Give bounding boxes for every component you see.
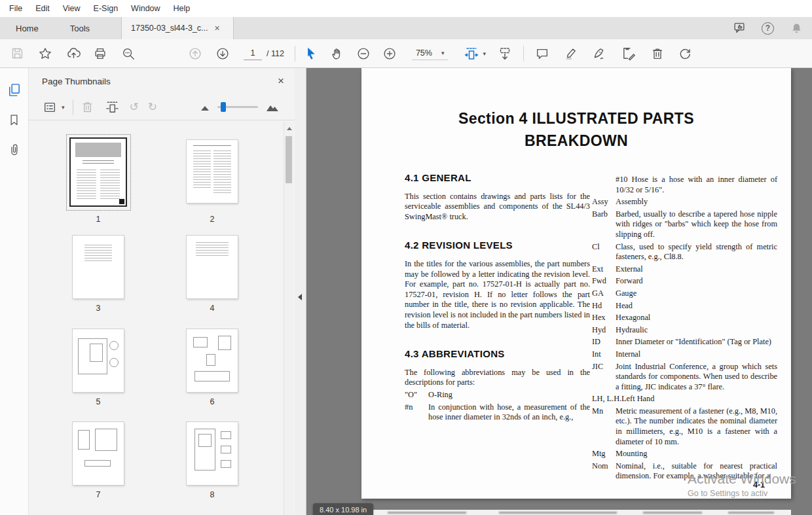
thumbnail-page-5[interactable] bbox=[73, 329, 124, 392]
delete-page-icon[interactable] bbox=[80, 99, 96, 115]
abbreviation-row: #nIn conjunction with hose, a measuremen… bbox=[405, 402, 590, 423]
chevron-down-icon[interactable]: ▾ bbox=[483, 50, 486, 57]
pdf-page: Section 4 ILLUSTRATED PARTS BREAKDOWN 4.… bbox=[361, 68, 791, 499]
notification-bell-icon[interactable] bbox=[788, 20, 804, 36]
thumbnail-page-2[interactable] bbox=[187, 140, 238, 203]
bookmarks-panel-icon[interactable] bbox=[7, 113, 21, 127]
help-icon[interactable]: ? bbox=[762, 22, 774, 35]
thumbnail-label: 6 bbox=[187, 397, 238, 406]
thumbnail-toolbar: ▾ ↺ ↻ bbox=[29, 94, 295, 120]
page-thumbnails-panel: Page Thumbnails × ▾ ↺ ↻ bbox=[29, 68, 295, 515]
section-title: Section 4 ILLUSTRATED PARTS BREAKDOWN bbox=[361, 107, 791, 152]
abbreviation-row: LH, L.H.Left Hand bbox=[592, 394, 777, 404]
previous-page-icon[interactable] bbox=[187, 46, 203, 62]
rotate-ccw-icon[interactable]: ↺ bbox=[130, 101, 139, 113]
star-favorite-icon[interactable] bbox=[37, 46, 53, 62]
select-tool-icon[interactable] bbox=[303, 46, 319, 62]
chevron-down-icon[interactable]: ▾ bbox=[62, 104, 65, 111]
abbreviation-row: ClClass, used to specify yield strength … bbox=[592, 242, 777, 262]
thumbnail-page-8[interactable] bbox=[187, 422, 238, 485]
delete-pages-icon[interactable] bbox=[650, 46, 665, 62]
thumbnail-label: 8 bbox=[187, 490, 238, 499]
heading-4-3: 4.3 ABBREVIATIONS bbox=[405, 349, 590, 359]
feedback-icon[interactable] bbox=[731, 20, 747, 36]
scrolling-mode-icon[interactable] bbox=[497, 46, 513, 62]
comment-icon[interactable] bbox=[534, 46, 550, 62]
tab-tools[interactable]: Tools bbox=[54, 17, 105, 39]
save-icon[interactable] bbox=[9, 46, 25, 62]
highlighter-icon[interactable] bbox=[563, 46, 579, 62]
hand-tool-icon[interactable] bbox=[329, 46, 345, 62]
abbreviation-row: AssyAssembly bbox=[592, 197, 777, 207]
small-thumbnails-icon[interactable] bbox=[200, 103, 210, 111]
thumbnail-scrollbar[interactable] bbox=[284, 122, 293, 515]
large-thumbnails-icon[interactable] bbox=[266, 103, 279, 112]
close-panel-icon[interactable]: × bbox=[278, 75, 284, 88]
extract-pages-icon[interactable] bbox=[105, 99, 120, 115]
find-icon[interactable] bbox=[120, 46, 136, 62]
zoom-out-icon[interactable] bbox=[356, 46, 371, 62]
abbreviation-row: FwdForward bbox=[592, 276, 777, 287]
main-toolbar: / 112 75% ▾ ▾ bbox=[0, 39, 812, 68]
attachments-panel-icon[interactable] bbox=[7, 143, 21, 156]
navigation-rail bbox=[0, 68, 29, 515]
page-total-label: / 112 bbox=[267, 49, 284, 58]
abbreviation-row: MtgMounting bbox=[592, 449, 777, 459]
page-number: 4-1 bbox=[753, 480, 765, 489]
zoom-in-icon[interactable] bbox=[382, 46, 397, 62]
slider-handle[interactable] bbox=[221, 102, 226, 112]
thumbnail-options-icon[interactable] bbox=[42, 99, 58, 115]
tab-home[interactable]: Home bbox=[0, 17, 54, 39]
print-icon[interactable] bbox=[92, 46, 108, 62]
menu-edit[interactable]: Edit bbox=[29, 1, 56, 16]
tab-document[interactable]: 17350-03_sl44-3_c... × bbox=[121, 17, 234, 39]
page-number-input[interactable] bbox=[244, 47, 262, 60]
menu-esign[interactable]: E-Sign bbox=[87, 1, 125, 16]
document-pane[interactable]: Section 4 ILLUSTRATED PARTS BREAKDOWN 4.… bbox=[306, 68, 812, 515]
scroll-up-icon[interactable] bbox=[287, 127, 292, 130]
page-thumbnails-panel-icon[interactable] bbox=[7, 82, 22, 98]
abbreviation-row: HexHexagonal bbox=[592, 313, 777, 323]
zoom-level-value: 75% bbox=[416, 48, 432, 58]
abbreviation-row: HydHydraulic bbox=[592, 325, 777, 336]
zoom-level-dropdown[interactable]: 75% ▾ bbox=[412, 47, 449, 60]
heading-4-2: 4.2 REVISION LEVELS bbox=[405, 240, 590, 251]
slider-track[interactable] bbox=[217, 106, 258, 108]
abbreviation-row: "O"O-Ring bbox=[405, 390, 590, 400]
abbreviation-row: MnMetric measurement of a fastener (e.g.… bbox=[592, 406, 777, 447]
thumbnail-page-4[interactable] bbox=[187, 236, 238, 298]
menu-view[interactable]: View bbox=[56, 1, 87, 16]
thumbnail-page-3[interactable] bbox=[73, 236, 124, 298]
share-cloud-icon[interactable] bbox=[65, 46, 81, 62]
menu-file[interactable]: File bbox=[3, 1, 29, 16]
close-tab-icon[interactable]: × bbox=[215, 24, 220, 33]
thumbnail-size-slider bbox=[200, 103, 279, 112]
heading-4-1: 4.1 GENERAL bbox=[405, 173, 590, 183]
right-column: #10 Hose is a hose with an inner diamete… bbox=[592, 173, 777, 482]
thumbnail-page-7[interactable] bbox=[73, 422, 124, 485]
thumbnail-page-1[interactable] bbox=[69, 137, 127, 207]
thumbnail-label: 1 bbox=[73, 215, 124, 224]
menu-window[interactable]: Window bbox=[124, 1, 166, 16]
rotate-cw-icon[interactable]: ↻ bbox=[148, 101, 157, 113]
redo-icon[interactable] bbox=[677, 46, 693, 62]
panel-splitter[interactable] bbox=[295, 68, 306, 515]
thumbnail-page-6[interactable] bbox=[187, 329, 238, 392]
left-column: 4.1 GENERAL This section contains drawin… bbox=[405, 173, 590, 423]
page-size-tooltip: 8.40 x 10.98 in bbox=[313, 503, 373, 515]
thumbnail-label: 2 bbox=[187, 215, 238, 224]
fill-sign-icon[interactable] bbox=[621, 46, 637, 62]
page-fit-icon[interactable] bbox=[464, 46, 479, 62]
next-page-icon[interactable] bbox=[215, 46, 231, 62]
menu-bar: File Edit View E-Sign Window Help bbox=[0, 0, 812, 17]
abbreviation-row: GAGauge bbox=[592, 289, 777, 299]
collapse-panel-icon[interactable] bbox=[298, 294, 302, 300]
menu-help[interactable]: Help bbox=[167, 1, 197, 16]
sign-pen-icon[interactable] bbox=[592, 46, 608, 62]
paragraph: This section contains drawings and parts… bbox=[405, 192, 590, 222]
thumbnail-label: 7 bbox=[73, 490, 124, 499]
chevron-down-icon: ▾ bbox=[441, 50, 445, 56]
thumbnail-label: 5 bbox=[73, 397, 124, 406]
scrollbar-thumb[interactable] bbox=[286, 136, 292, 183]
thumbnail-selection bbox=[66, 134, 131, 211]
